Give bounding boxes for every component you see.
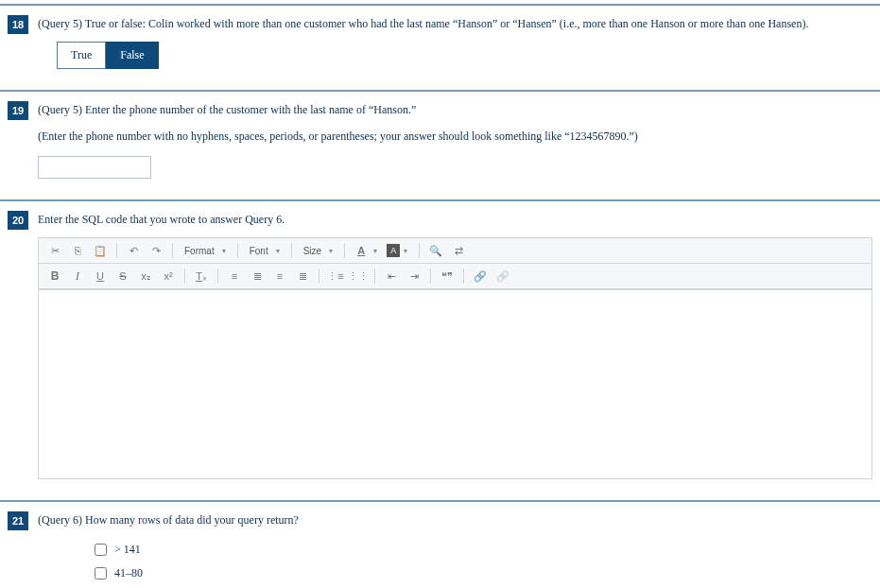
- unlink-icon[interactable]: 🔗: [494, 268, 511, 285]
- toolbar-separator: [419, 243, 420, 258]
- option-label: > 141: [114, 543, 141, 557]
- phone-input[interactable]: [38, 156, 151, 179]
- toolbar-separator: [374, 268, 375, 284]
- question-prompt: (Query 5) True or false: Colin worked wi…: [38, 15, 872, 32]
- bullet-list-icon[interactable]: ⋮⋮: [350, 268, 367, 285]
- redo-icon[interactable]: ↷: [147, 242, 164, 259]
- question-prompt: (Query 6) How many rows of data did your…: [38, 511, 872, 528]
- superscript-icon[interactable]: x²: [160, 268, 177, 285]
- question-body: Enter the SQL code that you wrote to ans…: [38, 209, 872, 479]
- question-number-badge: 18: [8, 15, 28, 34]
- size-select[interactable]: Size: [300, 244, 325, 258]
- true-false-group: True False: [57, 42, 872, 69]
- question-number-badge: 21: [8, 511, 28, 530]
- align-right-icon[interactable]: ≡: [271, 268, 288, 285]
- toolbar-separator: [430, 268, 431, 284]
- question-prompt: Enter the SQL code that you wrote to ans…: [38, 211, 872, 228]
- question-prompt: (Query 5) Enter the phone number of the …: [38, 101, 872, 118]
- toolbar-separator: [172, 243, 173, 258]
- link-icon[interactable]: 🔗: [472, 268, 489, 285]
- remove-format-icon[interactable]: Tₓ: [193, 268, 210, 285]
- option-checkbox[interactable]: [95, 567, 107, 579]
- question-19: 19 (Query 5) Enter the phone number of t…: [0, 90, 880, 196]
- rich-text-editor: ✂ ⎘ 📋 ↶ ↷ Format ▾ Font ▾ Size ▾ A ▾ A ▾: [38, 237, 872, 479]
- align-justify-icon[interactable]: ≣: [294, 268, 311, 285]
- toolbar-separator: [291, 243, 292, 258]
- editor-textarea[interactable]: [39, 289, 871, 478]
- bg-color-icon[interactable]: A: [387, 244, 400, 257]
- toolbar-separator: [217, 268, 218, 284]
- format-select[interactable]: Format: [181, 244, 218, 258]
- chevron-down-icon: ▾: [329, 247, 333, 255]
- toolbar-separator: [237, 243, 238, 258]
- blockquote-icon[interactable]: ❝❞: [439, 268, 456, 285]
- underline-icon[interactable]: U: [92, 268, 109, 285]
- editor-toolbar-row-1: ✂ ⎘ 📋 ↶ ↷ Format ▾ Font ▾ Size ▾ A ▾ A ▾: [39, 238, 871, 264]
- option-checkbox[interactable]: [95, 544, 107, 556]
- numbered-list-icon[interactable]: ⋮≡: [327, 268, 344, 285]
- chevron-down-icon: ▾: [276, 247, 280, 255]
- option-item[interactable]: > 141: [95, 538, 872, 562]
- toolbar-separator: [319, 268, 319, 284]
- question-21: 21 (Query 6) How many rows of data did y…: [0, 500, 880, 588]
- chevron-down-icon: ▾: [404, 247, 407, 255]
- question-subprompt: (Enter the phone number with no hyphens,…: [38, 128, 872, 145]
- question-18: 18 (Query 5) True or false: Colin worked…: [0, 4, 880, 86]
- true-button[interactable]: True: [57, 42, 106, 69]
- paste-icon[interactable]: 📋: [92, 242, 109, 259]
- chevron-down-icon: ▾: [373, 247, 377, 255]
- chevron-down-icon: ▾: [222, 247, 226, 255]
- question-number-badge: 19: [8, 101, 28, 120]
- align-center-icon[interactable]: ≣: [249, 268, 266, 285]
- question-number-badge: 20: [8, 211, 28, 230]
- replace-icon[interactable]: ⇄: [450, 242, 467, 259]
- toolbar-separator: [344, 243, 345, 258]
- undo-icon[interactable]: ↶: [125, 242, 142, 259]
- cut-icon[interactable]: ✂: [46, 242, 63, 259]
- question-body: (Query 5) Enter the phone number of the …: [38, 99, 872, 179]
- indent-icon[interactable]: ⇥: [405, 268, 423, 285]
- option-label: 41–80: [114, 566, 143, 580]
- strikethrough-icon[interactable]: S: [114, 268, 131, 285]
- align-left-icon[interactable]: ≡: [226, 268, 243, 285]
- outdent-icon[interactable]: ⇤: [383, 268, 400, 285]
- question-body: (Query 5) True or false: Colin worked wi…: [38, 13, 872, 69]
- italic-icon[interactable]: I: [69, 268, 86, 285]
- text-color-icon[interactable]: A: [353, 242, 370, 259]
- checkbox-option-group: > 141 41–80 21–40 0–20 81–140: [95, 538, 872, 588]
- find-icon[interactable]: 🔍: [427, 242, 444, 259]
- option-item[interactable]: 41–80: [95, 562, 872, 585]
- toolbar-separator: [116, 243, 117, 258]
- toolbar-separator: [463, 268, 464, 284]
- bold-icon[interactable]: B: [46, 268, 63, 285]
- false-button[interactable]: False: [106, 42, 158, 69]
- copy-icon[interactable]: ⎘: [69, 242, 86, 259]
- question-body: (Query 6) How many rows of data did your…: [38, 510, 872, 588]
- editor-toolbar-row-2: B I U S x₂ x² Tₓ ≡ ≣ ≡ ≣ ⋮≡ ⋮⋮ ⇤ ⇥: [39, 264, 871, 289]
- subscript-icon[interactable]: x₂: [137, 268, 154, 285]
- toolbar-separator: [184, 268, 185, 284]
- question-20: 20 Enter the SQL code that you wrote to …: [0, 199, 880, 496]
- font-select[interactable]: Font: [246, 244, 272, 258]
